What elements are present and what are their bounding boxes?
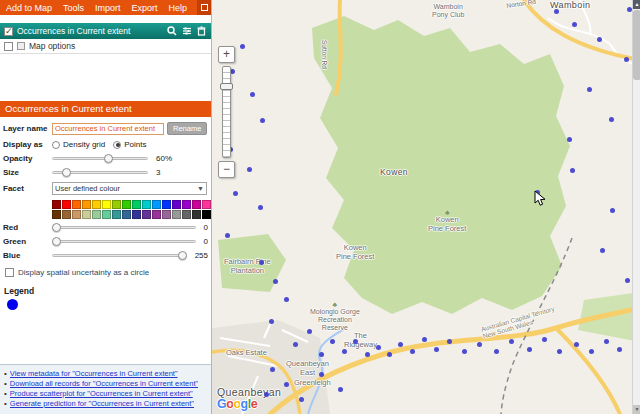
- green-slider[interactable]: [52, 237, 196, 246]
- layer-name-input[interactable]: [52, 123, 164, 135]
- menu-item-add-to-map[interactable]: Add to Map: [6, 3, 52, 13]
- rename-button[interactable]: Rename: [167, 122, 207, 135]
- colour-swatch[interactable]: [92, 200, 101, 209]
- occurrence-point: [284, 297, 289, 302]
- blue-handle[interactable]: [178, 251, 187, 260]
- menu-item-tools[interactable]: Tools: [63, 3, 84, 13]
- colour-swatch[interactable]: [92, 210, 101, 219]
- zoom-slider[interactable]: [222, 66, 231, 158]
- map-options-row[interactable]: Map options: [0, 39, 211, 54]
- radio-points[interactable]: Points: [113, 140, 146, 149]
- colour-swatch[interactable]: [152, 210, 161, 219]
- colour-swatch[interactable]: [132, 200, 141, 209]
- size-handle[interactable]: [62, 168, 71, 177]
- occurrence-point: [338, 387, 343, 392]
- opacity-slider[interactable]: [52, 154, 148, 163]
- collapse-panel-button[interactable]: [197, 0, 211, 15]
- colour-swatch[interactable]: [172, 200, 181, 209]
- colour-swatch[interactable]: [102, 200, 111, 209]
- occurrence-point: [250, 92, 255, 97]
- occurrence-point: [609, 117, 614, 122]
- blue-slider[interactable]: [52, 251, 187, 260]
- map-label-molonglo-gorge: ♣Molonglo Gorge Recreation Reserve: [310, 302, 360, 332]
- colour-swatch[interactable]: [122, 210, 131, 219]
- layer-visibility-checkbox[interactable]: [4, 27, 13, 36]
- occurrence-point: [259, 260, 264, 265]
- colour-swatch[interactable]: [182, 200, 191, 209]
- map-canvas[interactable]: Wamboin Pony ClubWamboinNorton RdSutton …: [212, 0, 640, 414]
- occurrence-point: [587, 87, 592, 92]
- red-handle[interactable]: [52, 223, 61, 232]
- uncertainty-label: Display spatial uncertainty as a circle: [18, 268, 149, 277]
- occurrence-point: [422, 337, 427, 342]
- colour-swatch[interactable]: [172, 210, 181, 219]
- active-layer-row[interactable]: Occurrences in Current extent: [0, 23, 211, 39]
- occurrence-point: [477, 342, 482, 347]
- red-slider[interactable]: [52, 223, 196, 232]
- delete-layer-icon[interactable]: [196, 26, 207, 37]
- map-label-kowen: Kowen: [380, 168, 408, 178]
- occurrence-point: [247, 167, 252, 172]
- layer-editor-form: Layer name Rename Display as Density gri…: [0, 117, 211, 310]
- occurrence-point: [625, 278, 630, 283]
- menu-item-import[interactable]: Import: [95, 3, 121, 13]
- colour-swatch[interactable]: [72, 200, 81, 209]
- colour-swatch[interactable]: [132, 210, 141, 219]
- opacity-handle[interactable]: [104, 154, 113, 163]
- colour-swatch[interactable]: [162, 200, 171, 209]
- colour-swatch[interactable]: [122, 200, 131, 209]
- layers-icon: [17, 42, 25, 50]
- facet-select[interactable]: User defined colour ▼: [52, 182, 207, 195]
- colour-swatch[interactable]: [142, 200, 151, 209]
- layer-settings-icon[interactable]: [181, 26, 192, 37]
- colour-swatch[interactable]: [82, 210, 91, 219]
- colour-swatch[interactable]: [192, 200, 201, 209]
- map-label-the-ridgeway: The Ridgeway: [344, 332, 377, 349]
- colour-swatch[interactable]: [112, 210, 121, 219]
- action-link[interactable]: Produce scatterplot for "Occurrences in …: [10, 389, 193, 399]
- zoom-out-button[interactable]: −: [218, 161, 235, 178]
- menu-item-help[interactable]: Help: [169, 3, 188, 13]
- zoom-slider-handle[interactable]: [220, 83, 233, 90]
- colour-swatch[interactable]: [152, 200, 161, 209]
- mouse-cursor: [534, 190, 547, 207]
- action-link[interactable]: Generate prediction for "Occurrences in …: [10, 399, 194, 409]
- occurrence-point: [398, 342, 403, 347]
- map-options-checkbox[interactable]: [4, 42, 13, 51]
- colour-swatch[interactable]: [162, 210, 171, 219]
- colour-swatch[interactable]: [112, 200, 121, 209]
- colour-swatch[interactable]: [52, 210, 61, 219]
- green-handle[interactable]: [52, 237, 61, 246]
- map-label-oaks-estate: Oaks Estate: [226, 349, 267, 358]
- colour-swatch[interactable]: [82, 200, 91, 209]
- scroll-down-arrow[interactable]: ▼: [633, 405, 640, 414]
- uncertainty-checkbox[interactable]: [5, 268, 14, 277]
- action-link[interactable]: Download all records for "Occurrences in…: [10, 379, 198, 389]
- colour-swatch[interactable]: [182, 210, 191, 219]
- scroll-up-arrow[interactable]: ▲: [633, 0, 640, 9]
- menu-item-export[interactable]: Export: [132, 3, 158, 13]
- colour-swatch[interactable]: [62, 210, 71, 219]
- colour-swatch[interactable]: [202, 210, 211, 219]
- active-layer-label: Occurrences in Current extent: [17, 26, 162, 36]
- sidebar: Add to MapToolsImportExportHelp Occurren…: [0, 0, 212, 414]
- scrollbar-thumb[interactable]: [633, 10, 640, 80]
- zoom-to-layer-icon[interactable]: [166, 26, 177, 37]
- colour-swatch[interactable]: [72, 210, 81, 219]
- colour-swatch[interactable]: [192, 210, 201, 219]
- colour-swatch[interactable]: [52, 200, 61, 209]
- window-icon: [201, 4, 208, 11]
- size-slider[interactable]: [52, 168, 148, 177]
- colour-swatch[interactable]: [202, 200, 211, 209]
- occurrence-point: [589, 349, 594, 354]
- colour-swatch[interactable]: [142, 210, 151, 219]
- occurrence-point: [570, 168, 575, 173]
- colour-swatch[interactable]: [62, 200, 71, 209]
- radio-density-grid[interactable]: Density grid: [52, 140, 105, 149]
- zoom-in-button[interactable]: +: [218, 46, 235, 63]
- google-logo[interactable]: Google: [217, 397, 257, 411]
- occurrence-point: [319, 352, 324, 357]
- colour-swatch[interactable]: [102, 210, 111, 219]
- action-link[interactable]: View metadata for "Occurrences in Curren…: [10, 369, 178, 379]
- occurrence-point: [342, 349, 347, 354]
